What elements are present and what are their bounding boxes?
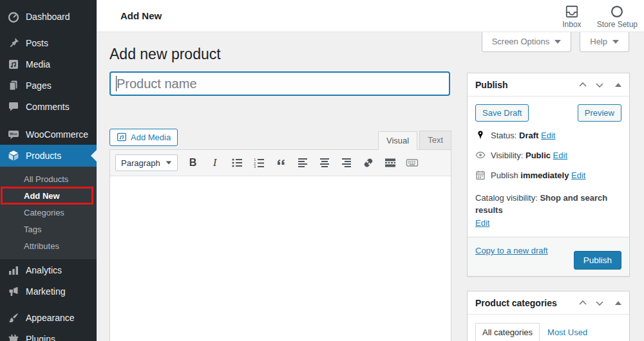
svg-text:3: 3 bbox=[254, 165, 256, 169]
chevron-down-icon bbox=[612, 40, 619, 44]
svg-text:Woo: Woo bbox=[10, 132, 17, 136]
blockquote-button[interactable] bbox=[274, 156, 287, 170]
store-setup-button[interactable]: Store Setup bbox=[597, 5, 638, 29]
right-column: Publish Save Draft Preview Status: Draf bbox=[467, 73, 630, 341]
tab-visual[interactable]: Visual bbox=[378, 131, 417, 150]
inbox-label: Inbox bbox=[562, 20, 581, 29]
publish-panel-header[interactable]: Publish bbox=[468, 73, 629, 97]
dashboard-icon bbox=[7, 10, 20, 23]
tab-text[interactable]: Text bbox=[419, 131, 451, 149]
category-tabs: All categories Most Used bbox=[475, 322, 621, 341]
content-area: Add new product Add Media Visual Text P bbox=[97, 32, 644, 341]
edit-catalog-link[interactable]: Edit bbox=[475, 218, 489, 228]
sidebar-item-media[interactable]: Media bbox=[0, 53, 97, 75]
italic-button[interactable]: I bbox=[208, 156, 222, 170]
move-up-icon[interactable] bbox=[578, 80, 588, 90]
bullet-list-button[interactable] bbox=[230, 156, 243, 170]
submenu-item-all-products[interactable]: All Products bbox=[0, 170, 97, 187]
sidebar-item-label: Plugins bbox=[26, 334, 55, 341]
schedule-row: Publish immediately Edit bbox=[475, 170, 621, 181]
align-center-button[interactable] bbox=[317, 156, 331, 170]
sidebar-item-label: Marketing bbox=[26, 286, 65, 297]
categories-panel-header[interactable]: Product categories bbox=[468, 291, 629, 315]
sidebar-item-label: WooCommerce bbox=[26, 129, 88, 140]
sidebar-item-appearance[interactable]: Appearance bbox=[0, 307, 97, 328]
screen-options-button[interactable]: Screen Options bbox=[482, 32, 572, 52]
page-title: Add new product bbox=[109, 46, 221, 63]
screen-meta-links: Screen Options Help bbox=[482, 32, 629, 52]
sidebar-item-marketing[interactable]: Marketing bbox=[0, 281, 97, 302]
keyboard-toggle-button[interactable] bbox=[405, 156, 419, 170]
topbar-actions: Inbox Store Setup bbox=[562, 5, 638, 29]
add-new-product-page: Dashboard Posts Media Pages Comments Woo… bbox=[0, 0, 644, 341]
woocommerce-icon: Woo bbox=[7, 128, 20, 141]
sidebar-item-posts[interactable]: Posts bbox=[0, 32, 97, 53]
editor-box: Paragraph B I 123 bbox=[109, 149, 451, 341]
visibility-row: Visibility: Public Edit bbox=[475, 150, 621, 161]
help-button[interactable]: Help bbox=[580, 32, 629, 52]
tab-all-categories[interactable]: All categories bbox=[475, 323, 540, 341]
tab-most-used[interactable]: Most Used bbox=[540, 324, 595, 341]
submenu-item-tags[interactable]: Tags bbox=[0, 221, 97, 237]
publish-time-value: immediately bbox=[520, 170, 569, 180]
editor-toolbar: Paragraph B I 123 bbox=[110, 150, 451, 176]
brush-icon bbox=[7, 311, 20, 324]
sidebar-item-dashboard[interactable]: Dashboard bbox=[0, 6, 97, 27]
link-button[interactable] bbox=[361, 156, 375, 170]
move-down-icon[interactable] bbox=[594, 298, 605, 308]
numbered-list-button[interactable]: 123 bbox=[252, 156, 265, 170]
sidebar-item-comments[interactable]: Comments bbox=[0, 96, 97, 117]
add-media-button[interactable]: Add Media bbox=[109, 129, 178, 146]
top-bar: Add New Inbox Store Setup bbox=[97, 0, 644, 32]
sidebar-item-products[interactable]: Products bbox=[0, 145, 97, 167]
save-draft-button[interactable]: Save Draft bbox=[475, 104, 529, 122]
publish-panel-title: Publish bbox=[475, 80, 578, 90]
sidebar-item-plugins[interactable]: Plugins bbox=[0, 328, 97, 341]
editor-content-area[interactable] bbox=[110, 176, 451, 341]
plug-icon bbox=[7, 333, 20, 341]
sidebar-item-woocommerce[interactable]: Woo WooCommerce bbox=[0, 124, 97, 145]
text-caret bbox=[116, 76, 117, 91]
publish-panel: Publish Save Draft Preview Status: Draf bbox=[467, 73, 630, 277]
inbox-button[interactable]: Inbox bbox=[562, 5, 581, 29]
editor-media-row: Add Media Visual Text bbox=[109, 126, 451, 149]
submenu-item-add-new[interactable]: Add New bbox=[0, 187, 97, 204]
sidebar-item-pages[interactable]: Pages bbox=[0, 75, 97, 96]
move-down-icon[interactable] bbox=[594, 80, 605, 90]
chevron-down-icon bbox=[554, 40, 561, 44]
inbox-icon bbox=[565, 5, 579, 19]
bold-button[interactable]: B bbox=[186, 156, 200, 170]
product-name-field-wrap bbox=[109, 71, 450, 96]
product-name-input[interactable] bbox=[109, 71, 450, 96]
submenu-item-categories[interactable]: Categories bbox=[0, 204, 97, 221]
publish-button[interactable]: Publish bbox=[574, 251, 621, 270]
pages-icon bbox=[7, 79, 20, 92]
edit-visibility-link[interactable]: Edit bbox=[553, 151, 567, 160]
sidebar-item-label: Media bbox=[26, 59, 50, 69]
preview-button[interactable]: Preview bbox=[578, 104, 621, 122]
status-row: Status: Draft Edit bbox=[475, 130, 621, 142]
read-more-button[interactable] bbox=[383, 156, 397, 170]
media-icon bbox=[7, 58, 20, 71]
product-categories-panel: Product categories All categories Most U… bbox=[467, 291, 630, 341]
publish-panel-body: Save Draft Preview Status: Draft Edit Vi… bbox=[468, 97, 629, 237]
move-up-icon[interactable] bbox=[578, 298, 588, 308]
bar-chart-icon bbox=[7, 264, 20, 277]
catalog-visibility-row: Catalog visibility: Shop and search resu… bbox=[475, 192, 621, 230]
calendar-icon bbox=[475, 170, 486, 180]
align-right-button[interactable] bbox=[339, 156, 353, 170]
align-left-button[interactable] bbox=[296, 156, 309, 170]
sidebar-item-label: Comments bbox=[26, 102, 70, 112]
edit-schedule-link[interactable]: Edit bbox=[571, 170, 585, 180]
sidebar-item-analytics[interactable]: Analytics bbox=[0, 259, 97, 281]
submenu-item-attributes[interactable]: Attributes bbox=[0, 237, 97, 254]
collapse-toggle-icon[interactable] bbox=[615, 301, 621, 305]
admin-sidebar: Dashboard Posts Media Pages Comments Woo… bbox=[0, 0, 97, 341]
copy-to-new-draft-link[interactable]: Copy to a new draft bbox=[475, 246, 548, 255]
collapse-toggle-icon[interactable] bbox=[615, 83, 621, 87]
paragraph-dropdown[interactable]: Paragraph bbox=[115, 154, 178, 171]
products-submenu: All Products Add New Categories Tags Att… bbox=[0, 167, 97, 259]
megaphone-icon bbox=[7, 285, 20, 298]
edit-status-link[interactable]: Edit bbox=[541, 131, 555, 140]
products-cube-icon bbox=[7, 149, 20, 162]
